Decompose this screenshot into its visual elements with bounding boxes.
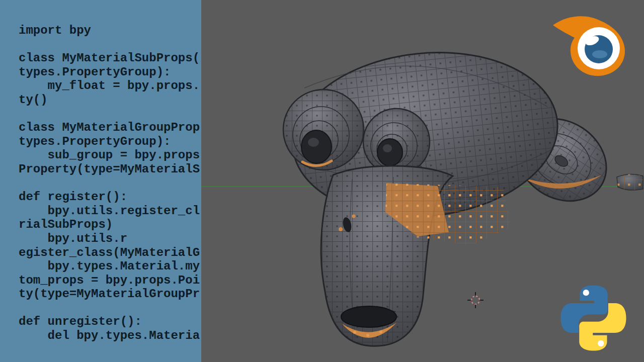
blender-logo-icon (551, 9, 634, 79)
3d-cursor-icon (467, 292, 484, 308)
python-logo-icon (559, 284, 627, 352)
code-editor-panel[interactable]: import bpy class MyMaterialSubProps( typ… (0, 0, 201, 362)
monkey-right-eye (363, 109, 430, 175)
monkey-left-eye (283, 89, 364, 170)
screenshot-root: import bpy class MyMaterialSubProps( typ… (0, 0, 644, 362)
python-code: import bpy class MyMaterialSubProps( typ… (0, 0, 201, 343)
mesh-fragment-right (617, 174, 643, 190)
